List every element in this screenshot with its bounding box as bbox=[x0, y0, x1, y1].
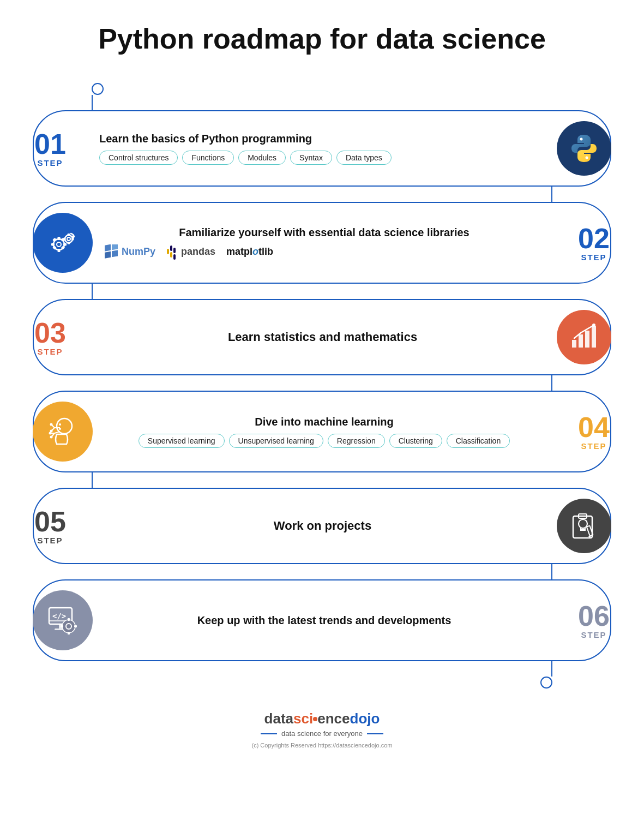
svg-rect-16 bbox=[63, 238, 66, 241]
step-6-title: Keep up with the latest trends and devel… bbox=[104, 614, 545, 627]
svg-rect-62 bbox=[74, 625, 77, 627]
lib-numpy-text: NumPy bbox=[122, 246, 155, 258]
svg-point-47 bbox=[579, 519, 587, 528]
step-3-content: Learn statistics and mathematics bbox=[83, 330, 557, 344]
bottom-connector-dot bbox=[540, 677, 552, 689]
logo-tagline: data science for everyone bbox=[261, 729, 383, 738]
step-6-number-group: 06 STEP bbox=[572, 602, 616, 639]
step-3-card: 03 STEP Learn statistics and mathematics bbox=[33, 299, 611, 375]
svg-point-32 bbox=[592, 324, 595, 327]
svg-rect-27 bbox=[167, 249, 169, 254]
svg-point-41 bbox=[49, 432, 52, 435]
svg-rect-20 bbox=[112, 244, 118, 250]
svg-rect-8 bbox=[52, 238, 57, 242]
svg-rect-6 bbox=[51, 243, 55, 246]
svg-point-13 bbox=[67, 237, 70, 241]
step-6-content: Keep up with the latest trends and devel… bbox=[93, 614, 561, 627]
page-title: Python roadmap for data science bbox=[98, 22, 546, 56]
step-1-card: 01 STEP Learn the basics of Python progr… bbox=[33, 110, 611, 187]
svg-rect-29 bbox=[579, 334, 583, 348]
svg-rect-23 bbox=[170, 246, 172, 251]
step-2-card: Familiarize yourself with essential data… bbox=[33, 202, 611, 284]
step-2-icon bbox=[33, 213, 93, 273]
step-5-content: Work on projects bbox=[83, 519, 557, 533]
tag-control-structures: Control structures bbox=[99, 151, 178, 165]
step-4-content: Dive into machine learning Supervised le… bbox=[93, 416, 561, 448]
step-1-tags: Control structures Functions Modules Syn… bbox=[99, 151, 546, 165]
step-6-number: 06 bbox=[578, 602, 610, 630]
svg-point-45 bbox=[59, 428, 61, 430]
step-3-title: Learn statistics and mathematics bbox=[99, 330, 546, 344]
step-6-label: STEP bbox=[581, 630, 606, 639]
svg-rect-22 bbox=[112, 250, 118, 257]
svg-rect-31 bbox=[592, 326, 596, 348]
step-4-icon bbox=[33, 402, 93, 462]
step-4-label: STEP bbox=[581, 441, 606, 451]
step-2-title: Familiarize yourself with essential data… bbox=[104, 226, 545, 239]
connector-2 bbox=[33, 187, 611, 202]
lib-numpy: NumPy bbox=[104, 244, 155, 260]
step-4-title: Dive into machine learning bbox=[104, 416, 545, 428]
svg-rect-21 bbox=[105, 252, 111, 259]
logo-dot: i bbox=[309, 710, 313, 727]
logo-data: data bbox=[264, 710, 293, 727]
svg-rect-26 bbox=[173, 254, 176, 260]
step-1-label: STEP bbox=[37, 158, 63, 167]
step-2-label: STEP bbox=[581, 253, 606, 262]
step-5-title: Work on projects bbox=[99, 519, 546, 533]
step-1-number-group: 01 STEP bbox=[28, 130, 72, 167]
footer: data science dojo data science for every… bbox=[251, 710, 392, 749]
svg-point-36 bbox=[50, 423, 53, 426]
logo-dojo: dojo bbox=[350, 710, 380, 727]
step-2-number: 02 bbox=[578, 224, 610, 253]
connector-6 bbox=[33, 564, 611, 579]
step-1-title: Learn the basics of Python programming bbox=[99, 133, 546, 145]
tag-functions: Functions bbox=[182, 151, 234, 165]
step-2-number-group: 02 STEP bbox=[572, 224, 616, 262]
connector-3 bbox=[33, 284, 611, 299]
svg-rect-15 bbox=[68, 242, 70, 244]
step-2-libs: NumPy pandas matplotlib bbox=[104, 244, 545, 260]
tag-classification: Classification bbox=[447, 434, 510, 448]
step-3-label: STEP bbox=[37, 347, 63, 356]
svg-rect-5 bbox=[58, 249, 61, 252]
step-4-card: Dive into machine learning Supervised le… bbox=[33, 391, 611, 472]
step-4-number-group: 04 STEP bbox=[572, 413, 616, 451]
tag-clustering: Clustering bbox=[389, 434, 442, 448]
step-3-number: 03 bbox=[34, 319, 66, 347]
step-3-icon bbox=[557, 310, 611, 364]
step-3-number-group: 03 STEP bbox=[28, 319, 72, 356]
step-6-icon: </> bbox=[33, 590, 93, 650]
svg-rect-61 bbox=[61, 625, 63, 627]
logo-sci-wrapper: science bbox=[293, 710, 350, 727]
tag-data-types: Data types bbox=[336, 151, 392, 165]
svg-point-1 bbox=[586, 157, 588, 159]
tag-modules: Modules bbox=[238, 151, 286, 165]
tag-regression: Regression bbox=[328, 434, 385, 448]
svg-text:</>: </> bbox=[52, 612, 66, 620]
connector-5 bbox=[33, 472, 611, 488]
step-4-number: 04 bbox=[578, 413, 610, 441]
tag-syntax: Syntax bbox=[290, 151, 332, 165]
svg-rect-60 bbox=[68, 632, 70, 635]
svg-rect-30 bbox=[585, 331, 589, 348]
logo-ence: ence bbox=[317, 710, 350, 727]
bottom-connector bbox=[33, 661, 611, 689]
lib-matplotlib: matplotlib bbox=[226, 246, 273, 258]
step-5-number: 05 bbox=[34, 507, 66, 536]
svg-rect-25 bbox=[173, 248, 176, 253]
lib-pandas-text: pandas bbox=[181, 246, 215, 258]
top-connector bbox=[33, 83, 611, 110]
step-5-card: 05 STEP Work on projects bbox=[33, 488, 611, 564]
svg-point-43 bbox=[50, 436, 53, 439]
step-1-icon bbox=[557, 121, 611, 176]
svg-point-57 bbox=[62, 620, 75, 633]
tagline-dash-right bbox=[367, 733, 383, 734]
tagline-dash-left bbox=[261, 733, 277, 734]
svg-rect-59 bbox=[68, 618, 70, 621]
step-1-content: Learn the basics of Python programming C… bbox=[83, 133, 557, 165]
logo-sci: sc bbox=[293, 710, 309, 727]
lib-pandas: pandas bbox=[166, 244, 215, 260]
svg-point-3 bbox=[57, 242, 61, 247]
logo: data science dojo bbox=[264, 710, 380, 727]
